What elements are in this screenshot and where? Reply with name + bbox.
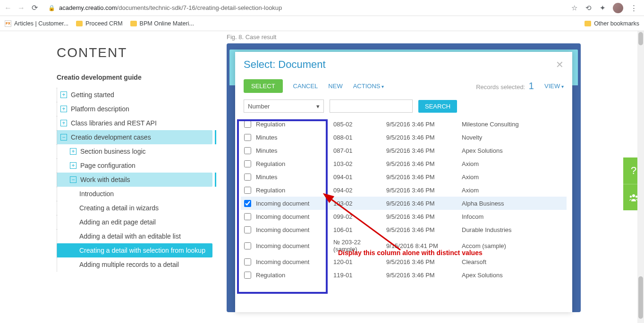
bookmarks-bar: FXArticles | Customer... Proceed CRM BPM… xyxy=(0,16,644,31)
forward-button[interactable]: → xyxy=(17,4,25,12)
actions-button[interactable]: ACTIONS xyxy=(353,83,384,90)
cell-account: Accom (sample) xyxy=(462,242,567,249)
search-button[interactable]: SEARCH xyxy=(418,100,457,113)
nav-item[interactable]: +Class libraries and REST API xyxy=(57,116,212,130)
nav-item[interactable]: Creating a detail with selection from lo… xyxy=(57,243,212,257)
nav-item-label: Work with details xyxy=(80,176,130,183)
dialog-title: Select: Document xyxy=(244,58,326,71)
nav-item-label: Getting started xyxy=(71,91,114,99)
cell-account: Milestone Consulting xyxy=(462,121,567,128)
new-button[interactable]: NEW xyxy=(328,83,342,90)
table-row[interactable]: Incoming document106-019/5/2016 3:46 PMD… xyxy=(241,223,567,236)
nav-item[interactable]: +Section business logic xyxy=(57,144,212,158)
view-button[interactable]: VIEW xyxy=(544,83,564,90)
cancel-button[interactable]: CANCEL xyxy=(293,83,318,90)
page-scrollbar[interactable] xyxy=(637,31,644,323)
row-checkbox[interactable] xyxy=(244,242,251,249)
nav-item[interactable]: +Platform description xyxy=(57,102,212,116)
menu-icon[interactable]: ⋮ xyxy=(630,4,637,12)
collapse-icon[interactable]: − xyxy=(70,176,76,183)
nav-item[interactable]: Adding an edit page detail xyxy=(57,215,212,229)
nav-item[interactable]: +Getting started xyxy=(57,88,212,102)
row-checkbox[interactable] xyxy=(244,200,251,207)
cell-number: 094-02 xyxy=(333,187,386,194)
expand-icon[interactable]: + xyxy=(60,120,67,126)
row-checkbox[interactable] xyxy=(244,213,251,220)
table-row[interactable]: Incoming document099-029/5/2016 3:46 PMI… xyxy=(241,210,567,223)
profile-avatar[interactable] xyxy=(613,3,623,13)
table-row[interactable]: Minutes094-019/5/2016 3:46 PMAxiom xyxy=(241,170,567,183)
row-checkbox[interactable] xyxy=(244,226,251,233)
cell-account: Infocom xyxy=(462,213,567,220)
collapse-icon[interactable]: − xyxy=(60,134,67,141)
expand-icon[interactable]: + xyxy=(60,106,67,112)
bookmark-item[interactable]: Proceed CRM xyxy=(76,20,123,27)
star-icon[interactable]: ☆ xyxy=(570,4,578,12)
table-row[interactable]: Regulation103-029/5/2016 3:46 PMAxiom xyxy=(241,157,567,170)
row-checkbox[interactable] xyxy=(244,174,251,181)
table-row[interactable]: Incoming document120-019/5/2016 3:46 PMC… xyxy=(241,255,567,268)
nav-item-label: Page configuration xyxy=(80,162,136,169)
nav-item[interactable]: Introduction xyxy=(57,187,212,201)
nav-item[interactable]: Adding a detail with an editable list xyxy=(57,229,212,243)
nav-item[interactable]: −Creatio development cases xyxy=(57,130,212,144)
row-checkbox[interactable] xyxy=(244,134,251,141)
close-icon[interactable]: ✕ xyxy=(556,59,564,70)
cell-number: 088-01 xyxy=(333,134,386,141)
filter-column-select[interactable]: Number▾ xyxy=(244,99,324,113)
nav-item[interactable]: Creating a detail in wizards xyxy=(57,201,212,215)
cell-type: Minutes xyxy=(254,174,333,181)
expand-icon[interactable]: + xyxy=(60,91,67,98)
cell-number: 103-02 xyxy=(333,200,386,207)
row-checkbox[interactable] xyxy=(244,160,251,167)
other-bookmarks[interactable]: Other bookmarks xyxy=(585,20,639,27)
bookmark-item[interactable]: BPM Online Materi... xyxy=(130,20,194,27)
records-selected: Records selected: 1 xyxy=(476,81,534,91)
expand-icon[interactable]: + xyxy=(70,148,76,155)
cell-number: 087-01 xyxy=(333,147,386,154)
nav-item-label: Adding multiple records to a detail xyxy=(79,261,179,268)
table-row[interactable]: Incoming document103-029/5/2016 3:46 PMA… xyxy=(241,197,567,210)
svg-point-1 xyxy=(632,194,635,197)
content-nav: CONTENT Creatio development guide +Getti… xyxy=(57,45,212,323)
url-path: /documents/technic-sdk/7-16/creating-det… xyxy=(117,4,282,11)
nav-item[interactable]: −Work with details xyxy=(57,173,212,187)
address-bar[interactable]: 🔒 academy.creatio.com/documents/technic-… xyxy=(43,4,566,11)
cell-date: 9/5/2016 3:46 PM xyxy=(386,187,462,194)
row-checkbox[interactable] xyxy=(244,187,251,194)
row-checkbox[interactable] xyxy=(244,147,251,154)
bookmark-item[interactable]: FXArticles | Customer... xyxy=(5,20,68,27)
sync-icon[interactable]: ⟲ xyxy=(585,4,592,12)
folder-icon xyxy=(76,21,83,26)
nav-item[interactable]: +Page configuration xyxy=(57,158,212,173)
cell-date: 9/5/2016 3:46 PM xyxy=(386,226,462,233)
back-button[interactable]: ← xyxy=(4,4,12,12)
select-button[interactable]: SELECT xyxy=(244,79,283,93)
table-row[interactable]: Minutes088-019/5/2016 3:46 PMNovelty xyxy=(241,131,567,144)
cell-account: Axiom xyxy=(462,174,567,181)
cell-account: Apex Solutions xyxy=(462,272,567,279)
cell-number: 085-02 xyxy=(333,121,386,128)
table-row[interactable]: Minutes087-019/5/2016 3:46 PMApex Soluti… xyxy=(241,144,567,157)
extensions-icon[interactable]: ✦ xyxy=(599,4,606,12)
row-checkbox[interactable] xyxy=(244,258,251,265)
cell-date: 9/5/2016 3:46 PM xyxy=(386,147,462,154)
expand-icon[interactable]: + xyxy=(70,162,76,169)
nav-item-label: Introduction xyxy=(79,190,114,198)
nav-item-label: Adding a detail with an editable list xyxy=(79,232,181,240)
chevron-down-icon: ▾ xyxy=(316,103,320,110)
row-checkbox[interactable] xyxy=(244,272,251,279)
filter-value-input[interactable] xyxy=(330,99,413,113)
nav-item[interactable]: Adding multiple records to a detail xyxy=(57,257,212,272)
table-row[interactable]: Regulation119-019/5/2016 3:46 PMApex Sol… xyxy=(241,268,567,282)
url-host: academy.creatio.com xyxy=(59,4,117,11)
cell-type: Incoming document xyxy=(254,226,333,233)
cell-type: Incoming document xyxy=(254,258,333,265)
reload-button[interactable]: ⟳ xyxy=(30,4,39,12)
table-row[interactable]: Regulation085-029/5/2016 3:46 PMMileston… xyxy=(241,117,567,131)
cell-number: 119-01 xyxy=(333,272,386,279)
table-row[interactable]: Regulation094-029/5/2016 3:46 PMAxiom xyxy=(241,183,567,197)
row-checkbox[interactable] xyxy=(244,121,251,128)
lock-icon: 🔒 xyxy=(48,5,55,11)
cell-date: 9/5/2016 3:46 PM xyxy=(386,160,462,167)
